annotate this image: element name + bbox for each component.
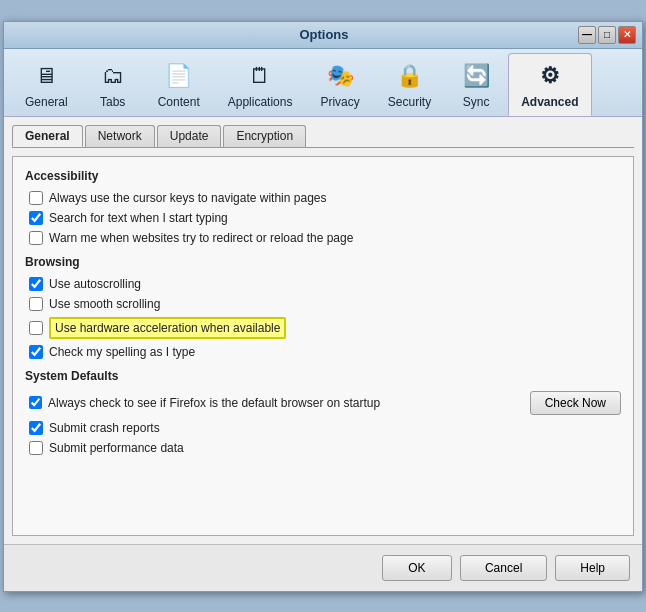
toolbar: 🖥 General 🗂 Tabs 📄 Content 🗒 Application… <box>4 49 642 117</box>
label-perf-data: Submit performance data <box>49 441 184 455</box>
option-hardware-accel: Use hardware acceleration when available <box>25 317 621 339</box>
accessibility-section-label: Accessibility <box>25 169 621 183</box>
browsing-section-label: Browsing <box>25 255 621 269</box>
label-default-browser: Always check to see if Firefox is the de… <box>48 396 380 410</box>
checkbox-spell-check[interactable] <box>29 345 43 359</box>
footer: OK Cancel Help <box>4 544 642 591</box>
label-redirect-warn: Warn me when websites try to redirect or… <box>49 231 353 245</box>
label-smooth-scrolling: Use smooth scrolling <box>49 297 160 311</box>
label-hardware-accel: Use hardware acceleration when available <box>49 317 286 339</box>
cancel-button[interactable]: Cancel <box>460 555 547 581</box>
content-icon: 📄 <box>163 60 195 92</box>
checkbox-autoscrolling[interactable] <box>29 277 43 291</box>
inner-tabs: General Network Update Encryption <box>12 125 634 148</box>
toolbar-item-privacy[interactable]: 🎭 Privacy <box>307 53 372 116</box>
option-spell-check: Check my spelling as I type <box>25 345 621 359</box>
label-search-typing: Search for text when I start typing <box>49 211 228 225</box>
check-now-button[interactable]: Check Now <box>530 391 621 415</box>
checkbox-hardware-accel[interactable] <box>29 321 43 335</box>
tab-encryption[interactable]: Encryption <box>223 125 306 147</box>
checkbox-crash-reports[interactable] <box>29 421 43 435</box>
window-controls: — □ ✕ <box>578 26 636 44</box>
help-button[interactable]: Help <box>555 555 630 581</box>
label-cursor-keys: Always use the cursor keys to navigate w… <box>49 191 326 205</box>
checkbox-search-typing[interactable] <box>29 211 43 225</box>
toolbar-label-general: General <box>25 95 68 109</box>
option-autoscrolling: Use autoscrolling <box>25 277 621 291</box>
advanced-icon: ⚙ <box>534 60 566 92</box>
tab-update[interactable]: Update <box>157 125 222 147</box>
option-crash-reports: Submit crash reports <box>25 421 621 435</box>
toolbar-item-advanced[interactable]: ⚙ Advanced <box>508 53 591 116</box>
sync-icon: 🔄 <box>460 60 492 92</box>
option-search-typing: Search for text when I start typing <box>25 211 621 225</box>
toolbar-item-general[interactable]: 🖥 General <box>12 53 81 116</box>
checkbox-perf-data[interactable] <box>29 441 43 455</box>
option-perf-data: Submit performance data <box>25 441 621 455</box>
option-default-browser: Always check to see if Firefox is the de… <box>25 391 621 415</box>
toolbar-label-applications: Applications <box>228 95 293 109</box>
checkbox-redirect-warn[interactable] <box>29 231 43 245</box>
minimize-button[interactable]: — <box>578 26 596 44</box>
title-bar: Options — □ ✕ <box>4 22 642 49</box>
option-redirect-warn: Warn me when websites try to redirect or… <box>25 231 621 245</box>
content-area: General Network Update Encryption Access… <box>4 117 642 544</box>
toolbar-label-content: Content <box>158 95 200 109</box>
option-cursor-keys: Always use the cursor keys to navigate w… <box>25 191 621 205</box>
general-icon: 🖥 <box>30 60 62 92</box>
checkbox-default-browser[interactable] <box>29 396 42 409</box>
toolbar-item-sync[interactable]: 🔄 Sync <box>446 53 506 116</box>
tab-general[interactable]: General <box>12 125 83 147</box>
maximize-button[interactable]: □ <box>598 26 616 44</box>
security-icon: 🔒 <box>393 60 425 92</box>
ok-button[interactable]: OK <box>382 555 452 581</box>
checkbox-smooth-scrolling[interactable] <box>29 297 43 311</box>
applications-icon: 🗒 <box>244 60 276 92</box>
toolbar-item-content[interactable]: 📄 Content <box>145 53 213 116</box>
toolbar-item-security[interactable]: 🔒 Security <box>375 53 444 116</box>
option-smooth-scrolling: Use smooth scrolling <box>25 297 621 311</box>
window-title: Options <box>70 27 578 42</box>
label-crash-reports: Submit crash reports <box>49 421 160 435</box>
toolbar-item-applications[interactable]: 🗒 Applications <box>215 53 306 116</box>
toolbar-label-privacy: Privacy <box>320 95 359 109</box>
close-button[interactable]: ✕ <box>618 26 636 44</box>
toolbar-label-advanced: Advanced <box>521 95 578 109</box>
tab-network[interactable]: Network <box>85 125 155 147</box>
tabs-icon: 🗂 <box>97 60 129 92</box>
options-window: Options — □ ✕ 🖥 General 🗂 Tabs 📄 Content… <box>3 21 643 592</box>
toolbar-item-tabs[interactable]: 🗂 Tabs <box>83 53 143 116</box>
toolbar-label-sync: Sync <box>463 95 490 109</box>
toolbar-label-security: Security <box>388 95 431 109</box>
settings-panel: Accessibility Always use the cursor keys… <box>12 156 634 536</box>
toolbar-label-tabs: Tabs <box>100 95 125 109</box>
privacy-icon: 🎭 <box>324 60 356 92</box>
checkbox-cursor-keys[interactable] <box>29 191 43 205</box>
label-autoscrolling: Use autoscrolling <box>49 277 141 291</box>
system-defaults-section-label: System Defaults <box>25 369 621 383</box>
label-spell-check: Check my spelling as I type <box>49 345 195 359</box>
